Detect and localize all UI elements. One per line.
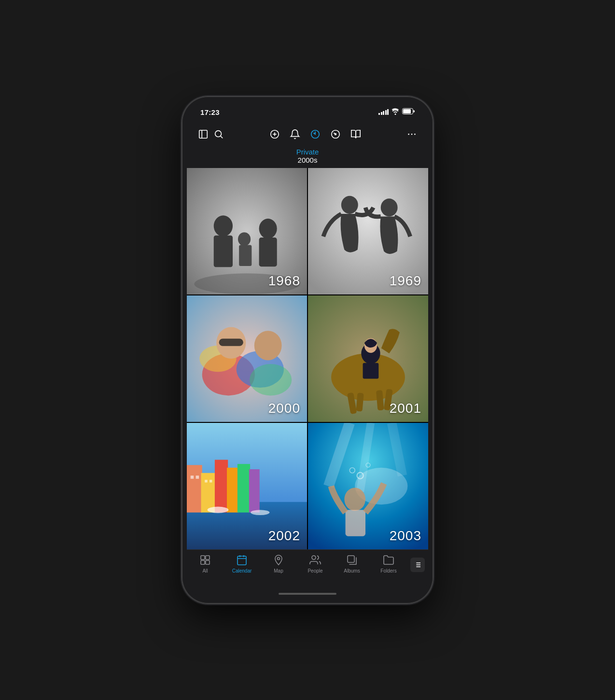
svg-point-59 bbox=[344, 488, 365, 511]
svg-rect-65 bbox=[206, 556, 210, 560]
year-2000: 2000 bbox=[268, 401, 300, 416]
photo-cell-2000[interactable]: 2000 bbox=[187, 295, 307, 422]
home-indicator bbox=[187, 589, 428, 599]
photo-cell-2001[interactable]: 2001 bbox=[308, 295, 428, 422]
svg-point-55 bbox=[208, 507, 229, 513]
toolbar bbox=[187, 123, 428, 146]
photo-cell-2002[interactable]: 2002 bbox=[187, 423, 307, 549]
tab-albums[interactable]: Albums bbox=[334, 554, 370, 574]
phone-screen: 17:23 bbox=[187, 101, 428, 599]
svg-point-30 bbox=[250, 364, 292, 396]
tab-calendar[interactable]: Calendar bbox=[224, 554, 260, 574]
svg-rect-54 bbox=[210, 480, 212, 482]
tab-bar: All Calendar bbox=[187, 549, 428, 589]
calendar-icon bbox=[236, 554, 248, 566]
tab-albums-label: Albums bbox=[344, 568, 360, 574]
tab-folders-label: Folders bbox=[380, 568, 396, 574]
svg-rect-49 bbox=[238, 464, 250, 512]
svg-point-73 bbox=[312, 556, 316, 560]
svg-rect-47 bbox=[215, 460, 228, 512]
svg-rect-48 bbox=[227, 468, 238, 513]
status-time: 17:23 bbox=[200, 108, 220, 116]
svg-point-11 bbox=[335, 134, 336, 135]
tab-people[interactable]: People bbox=[297, 554, 334, 574]
svg-rect-45 bbox=[187, 465, 202, 512]
svg-rect-52 bbox=[196, 476, 199, 479]
svg-rect-60 bbox=[346, 510, 365, 536]
svg-rect-50 bbox=[249, 469, 260, 513]
status-icons bbox=[378, 108, 415, 116]
search-button[interactable] bbox=[211, 126, 226, 142]
signal-icon bbox=[378, 109, 389, 115]
tab-folders[interactable]: Folders bbox=[370, 554, 407, 574]
year-2003: 2003 bbox=[390, 528, 421, 544]
section-title: Private bbox=[187, 148, 428, 156]
add-button[interactable] bbox=[267, 126, 282, 142]
svg-rect-22 bbox=[259, 238, 277, 266]
svg-point-17 bbox=[214, 215, 233, 237]
svg-rect-74 bbox=[348, 556, 354, 562]
svg-point-25 bbox=[381, 198, 398, 216]
year-1968: 1968 bbox=[268, 273, 300, 289]
svg-rect-33 bbox=[219, 339, 243, 346]
svg-rect-46 bbox=[201, 473, 216, 513]
svg-line-5 bbox=[221, 136, 223, 138]
svg-point-19 bbox=[238, 232, 251, 246]
library-button[interactable] bbox=[348, 126, 363, 142]
svg-rect-1 bbox=[403, 109, 411, 113]
all-icon bbox=[199, 554, 211, 566]
svg-rect-2 bbox=[199, 130, 208, 139]
phone-device: 17:23 bbox=[182, 97, 433, 603]
year-2001: 2001 bbox=[390, 401, 421, 416]
albums-icon bbox=[346, 554, 358, 566]
tab-map[interactable]: Map bbox=[260, 554, 297, 574]
svg-rect-67 bbox=[206, 560, 210, 564]
svg-point-24 bbox=[341, 196, 358, 214]
tab-all[interactable]: All bbox=[187, 554, 224, 574]
photo-cell-1969[interactable]: 1969 bbox=[308, 168, 428, 294]
svg-point-21 bbox=[259, 219, 277, 238]
people-icon bbox=[309, 554, 321, 566]
list-view-button[interactable] bbox=[410, 558, 425, 572]
activity-button[interactable] bbox=[308, 126, 323, 142]
sidebar-toggle-button[interactable] bbox=[196, 126, 211, 142]
svg-point-56 bbox=[251, 510, 269, 515]
svg-point-14 bbox=[414, 134, 416, 135]
list-view-area bbox=[407, 554, 428, 572]
battery-icon bbox=[402, 108, 415, 116]
svg-point-12 bbox=[408, 134, 409, 135]
svg-rect-51 bbox=[191, 476, 194, 479]
wifi-icon bbox=[391, 108, 399, 116]
svg-point-32 bbox=[254, 331, 282, 360]
svg-rect-41 bbox=[363, 363, 379, 379]
status-bar: 17:23 bbox=[187, 101, 428, 123]
speed-button[interactable] bbox=[328, 126, 343, 142]
year-2002: 2002 bbox=[268, 528, 300, 544]
photo-cell-2003[interactable]: 2003 bbox=[308, 423, 428, 549]
tab-map-label: Map bbox=[274, 568, 283, 574]
toolbar-center-icons bbox=[226, 126, 404, 142]
home-bar bbox=[279, 593, 336, 595]
section-subtitle: 2000s bbox=[187, 156, 428, 164]
svg-rect-66 bbox=[201, 560, 205, 564]
photo-cell-1968[interactable]: 1968 bbox=[187, 168, 307, 294]
svg-point-72 bbox=[278, 558, 280, 560]
notifications-button[interactable] bbox=[287, 126, 303, 142]
map-icon bbox=[272, 554, 285, 566]
svg-rect-68 bbox=[238, 556, 246, 565]
folders-icon bbox=[382, 554, 395, 566]
svg-point-4 bbox=[215, 131, 222, 137]
tab-all-label: All bbox=[202, 568, 208, 574]
svg-point-13 bbox=[411, 134, 413, 135]
tab-calendar-label: Calendar bbox=[232, 568, 252, 574]
svg-rect-53 bbox=[205, 480, 207, 482]
svg-rect-64 bbox=[201, 556, 205, 560]
svg-rect-18 bbox=[214, 236, 233, 267]
year-1969: 1969 bbox=[390, 273, 421, 289]
photo-grid: 1968 bbox=[187, 168, 428, 549]
svg-rect-20 bbox=[239, 245, 252, 266]
tab-people-label: People bbox=[308, 568, 322, 574]
more-button[interactable] bbox=[404, 126, 419, 142]
section-header: Private 2000s bbox=[187, 146, 428, 168]
